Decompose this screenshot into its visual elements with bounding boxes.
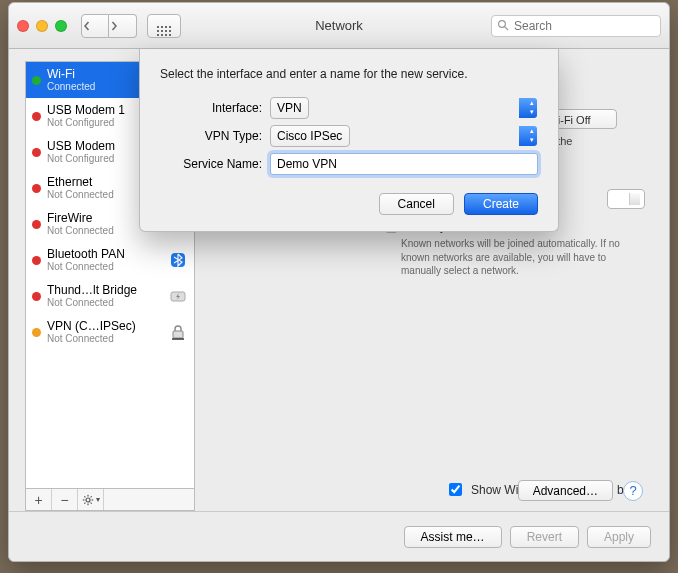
svg-line-20 <box>90 502 91 503</box>
service-status: Connected <box>47 81 95 92</box>
show-menubar-checkbox[interactable] <box>449 483 462 496</box>
vpn-type-label: VPN Type: <box>160 129 262 143</box>
status-dot-icon <box>32 148 41 157</box>
footer: Assist me… Revert Apply <box>9 511 669 561</box>
search-input[interactable] <box>491 15 661 37</box>
back-button[interactable] <box>81 14 109 38</box>
status-dot-icon <box>32 76 41 85</box>
remove-service-button[interactable]: − <box>52 489 78 510</box>
add-service-button[interactable]: + <box>26 489 52 510</box>
service-status: Not Connected <box>47 189 114 200</box>
create-button[interactable]: Create <box>464 193 538 215</box>
nav-back-forward <box>81 14 137 38</box>
traffic-lights <box>17 20 67 32</box>
cancel-button[interactable]: Cancel <box>379 193 454 215</box>
service-name: USB Modem <box>47 140 115 153</box>
status-dot-icon <box>32 112 41 121</box>
sidebar-item-vpn-ipsec[interactable]: VPN (C…IPSec) Not Connected <box>26 314 194 350</box>
search-field-wrap <box>491 15 661 37</box>
bluetooth-icon <box>168 250 188 270</box>
chevron-right-icon <box>109 21 119 31</box>
search-icon <box>497 19 509 31</box>
advanced-button[interactable]: Advanced… <box>518 480 613 501</box>
status-dot-icon <box>32 184 41 193</box>
status-dot-icon <box>32 220 41 229</box>
help-button[interactable]: ? <box>623 481 643 501</box>
vpn-lock-icon <box>168 322 188 342</box>
close-window-button[interactable] <box>17 20 29 32</box>
service-name: Wi-Fi <box>47 68 95 81</box>
service-name: VPN (C…IPSec) <box>47 320 136 333</box>
revert-button[interactable]: Revert <box>510 526 579 548</box>
service-name: Bluetooth PAN <box>47 248 125 261</box>
status-dot-icon <box>32 292 41 301</box>
svg-point-14 <box>86 498 90 502</box>
sidebar-item-bluetooth-pan[interactable]: Bluetooth PAN Not Connected <box>26 242 194 278</box>
svg-line-1 <box>505 26 508 29</box>
service-status: Not Connected <box>47 225 114 236</box>
svg-line-21 <box>84 502 85 503</box>
svg-point-0 <box>499 20 506 27</box>
service-status: Not Connected <box>47 297 137 308</box>
sheet-prompt: Select the interface and enter a name fo… <box>160 67 538 81</box>
network-name-select[interactable] <box>607 189 645 209</box>
svg-rect-12 <box>173 331 183 338</box>
service-name-label: Service Name: <box>160 157 262 171</box>
status-dot-icon <box>32 256 41 265</box>
service-status: Not Configured <box>47 117 125 128</box>
interface-label: Interface: <box>160 101 262 115</box>
svg-line-19 <box>84 496 85 497</box>
status-dot-icon <box>32 328 41 337</box>
service-name: Ethernet <box>47 176 114 189</box>
apply-button[interactable]: Apply <box>587 526 651 548</box>
toolbar: Network <box>9 3 669 49</box>
show-all-button[interactable] <box>147 14 181 38</box>
gear-icon <box>82 494 94 506</box>
service-status: Not Connected <box>47 261 125 272</box>
network-preferences-window: Network Wi-Fi Connected <box>8 2 670 562</box>
new-service-sheet: Select the interface and enter a name fo… <box>139 49 559 232</box>
service-name: FireWire <box>47 212 114 225</box>
vpn-type-select[interactable]: Cisco IPSec <box>270 125 350 147</box>
svg-line-22 <box>90 496 91 497</box>
service-name: Thund…lt Bridge <box>47 284 137 297</box>
thunderbolt-icon <box>168 286 188 306</box>
minimize-window-button[interactable] <box>36 20 48 32</box>
service-actions-menu[interactable] <box>78 489 104 510</box>
forward-button[interactable] <box>109 14 137 38</box>
zoom-window-button[interactable] <box>55 20 67 32</box>
assist-me-button[interactable]: Assist me… <box>404 526 502 548</box>
service-name-input[interactable] <box>270 153 538 175</box>
interface-select[interactable]: VPN <box>270 97 309 119</box>
grid-icon <box>157 26 171 36</box>
service-list-toolbar: + − <box>25 489 195 511</box>
chevron-left-icon <box>82 21 92 31</box>
service-status: Not Connected <box>47 333 136 344</box>
ask-to-join-hint: Known networks will be joined automatica… <box>401 237 645 278</box>
sidebar-item-thunderbolt-bridge[interactable]: Thund…lt Bridge Not Connected <box>26 278 194 314</box>
service-status: Not Configured <box>47 153 115 164</box>
service-name: USB Modem 1 <box>47 104 125 117</box>
